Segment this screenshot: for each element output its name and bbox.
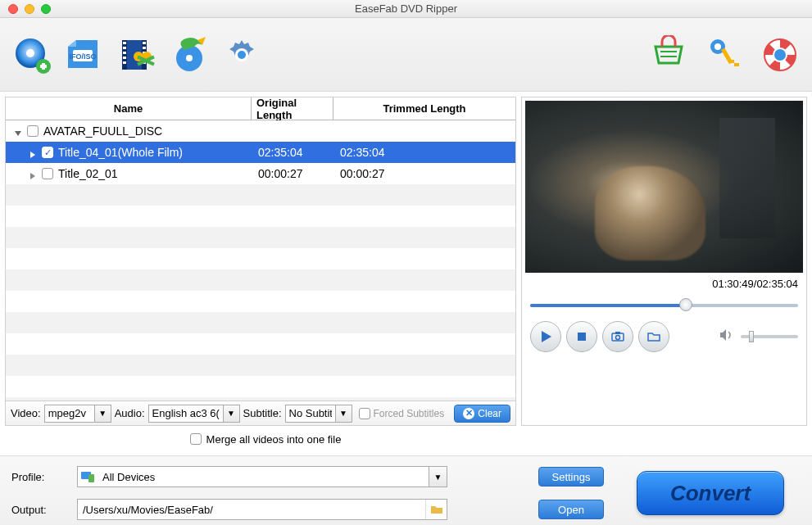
svg-rect-15 xyxy=(143,42,146,44)
row-name: Title_04_01(Whole Film) xyxy=(58,146,183,159)
burn-dvd-button[interactable] xyxy=(169,34,210,75)
title-list-rows: AVATAR_FUULL_DISC ✓ Title_04_01(Whole Fi… xyxy=(6,120,515,401)
svg-rect-10 xyxy=(123,42,126,44)
merge-label: Merge all videos into one file xyxy=(206,433,342,446)
svg-rect-47 xyxy=(88,474,94,482)
audio-combo[interactable]: ▼ xyxy=(148,405,240,423)
svg-point-28 xyxy=(238,51,246,59)
svg-text:IFO/ISO: IFO/ISO xyxy=(69,52,96,61)
row-checkbox[interactable]: ✓ xyxy=(42,147,53,158)
svg-marker-40 xyxy=(30,173,35,179)
subtitle-combo[interactable]: ▼ xyxy=(285,405,352,423)
svg-marker-26 xyxy=(197,37,206,45)
profile-settings-button[interactable]: Settings xyxy=(538,467,604,487)
header-trimmed-length[interactable]: Trimmed Length xyxy=(333,97,515,120)
title-list-panel: Name Original Length Trimmed Length AVAT… xyxy=(5,97,516,426)
subtitle-label: Subtitle: xyxy=(243,407,282,419)
preview-panel: 01:30:49/02:35:04 xyxy=(521,97,807,426)
forced-subtitles-toggle[interactable]: Forced Subtitles xyxy=(359,408,445,419)
expand-toggle[interactable] xyxy=(29,170,37,178)
forced-checkbox[interactable] xyxy=(359,408,370,419)
chevron-down-icon[interactable]: ▼ xyxy=(335,405,352,422)
buy-button[interactable] xyxy=(648,34,689,75)
profile-combo[interactable]: All Devices ▼ xyxy=(77,466,447,487)
svg-point-32 xyxy=(714,43,721,50)
volume-slider[interactable] xyxy=(741,335,798,338)
svg-marker-38 xyxy=(15,131,21,136)
svg-rect-42 xyxy=(578,333,586,341)
preview-time: 01:30:49/02:35:04 xyxy=(525,273,803,293)
clear-button[interactable]: ✕Clear xyxy=(454,405,510,423)
svg-rect-14 xyxy=(123,61,126,64)
svg-rect-16 xyxy=(143,47,146,49)
window-zoom-button[interactable] xyxy=(41,4,51,14)
svg-point-45 xyxy=(616,336,620,340)
row-name: Title_02_01 xyxy=(58,167,118,180)
expand-toggle[interactable] xyxy=(29,148,37,156)
load-dvd-button[interactable] xyxy=(11,34,52,75)
audio-label: Audio: xyxy=(115,407,145,419)
filter-bar: Video: ▼ Audio: ▼ Subtitle: ▼ Forced Sub… xyxy=(6,401,515,425)
load-ifo-iso-button[interactable]: IFO/ISO xyxy=(64,34,105,75)
svg-rect-12 xyxy=(123,52,126,54)
chevron-down-icon[interactable]: ▼ xyxy=(94,405,111,422)
playback-slider[interactable] xyxy=(530,300,798,311)
table-row[interactable]: ✓ Title_04_01(Whole Film) 02:35:04 02:35… xyxy=(6,142,515,163)
window-title: EaseFab DVD Ripper xyxy=(0,2,812,15)
row-orig: 00:00:27 xyxy=(252,167,333,180)
chevron-down-icon[interactable]: ▼ xyxy=(223,405,239,422)
titlebar: EaseFab DVD Ripper xyxy=(0,0,812,18)
edit-video-button[interactable] xyxy=(116,34,157,75)
svg-rect-11 xyxy=(123,47,126,49)
svg-rect-44 xyxy=(615,332,620,334)
help-button[interactable] xyxy=(760,34,801,75)
merge-checkbox[interactable] xyxy=(190,433,202,445)
chevron-down-icon[interactable]: ▼ xyxy=(429,467,447,487)
settings-button[interactable] xyxy=(221,34,262,75)
output-field[interactable] xyxy=(77,499,447,520)
row-checkbox[interactable] xyxy=(42,168,53,179)
row-name: AVATAR_FUULL_DISC xyxy=(43,124,162,138)
table-row[interactable]: AVATAR_FUULL_DISC xyxy=(6,120,515,142)
svg-point-37 xyxy=(774,49,786,61)
svg-point-1 xyxy=(26,49,34,57)
open-output-button[interactable]: Open xyxy=(538,500,604,519)
row-orig: 02:35:04 xyxy=(252,146,333,159)
video-label: Video: xyxy=(11,407,41,419)
title-list-header: Name Original Length Trimmed Length xyxy=(6,97,515,120)
register-button[interactable] xyxy=(704,34,745,75)
volume-icon[interactable] xyxy=(718,327,734,346)
video-value[interactable] xyxy=(45,405,94,422)
audio-value[interactable] xyxy=(149,405,223,422)
play-button[interactable] xyxy=(530,321,561,352)
svg-rect-13 xyxy=(123,57,126,59)
header-name[interactable]: Name xyxy=(6,97,252,120)
row-trim: 02:35:04 xyxy=(333,146,515,159)
row-trim: 00:00:27 xyxy=(333,167,515,180)
window-minimize-button[interactable] xyxy=(25,4,34,14)
svg-rect-34 xyxy=(729,60,734,63)
svg-marker-41 xyxy=(542,331,551,342)
output-path-input[interactable] xyxy=(78,500,425,519)
stop-button[interactable] xyxy=(566,321,597,352)
bottom-panel: Profile: All Devices ▼ Settings Convert … xyxy=(0,455,812,525)
header-original-length[interactable]: Original Length xyxy=(252,97,333,120)
profile-value: All Devices xyxy=(98,467,429,487)
browse-output-button[interactable] xyxy=(425,500,447,519)
convert-button[interactable]: Convert xyxy=(637,471,784,515)
profile-label: Profile: xyxy=(11,471,69,483)
snapshot-button[interactable] xyxy=(602,321,633,352)
preview-image[interactable] xyxy=(525,101,803,273)
open-snapshot-folder-button[interactable] xyxy=(638,321,669,352)
output-label: Output: xyxy=(11,504,69,516)
svg-rect-35 xyxy=(734,63,739,66)
table-row[interactable]: Title_02_01 00:00:27 00:00:27 xyxy=(6,163,515,184)
row-checkbox[interactable] xyxy=(27,125,39,137)
subtitle-value[interactable] xyxy=(286,405,335,422)
window-close-button[interactable] xyxy=(8,4,18,14)
expand-toggle[interactable] xyxy=(14,127,22,135)
devices-icon xyxy=(78,467,98,487)
merge-bar: Merge all videos into one file xyxy=(5,426,526,447)
video-combo[interactable]: ▼ xyxy=(44,405,111,423)
svg-point-25 xyxy=(186,55,193,61)
